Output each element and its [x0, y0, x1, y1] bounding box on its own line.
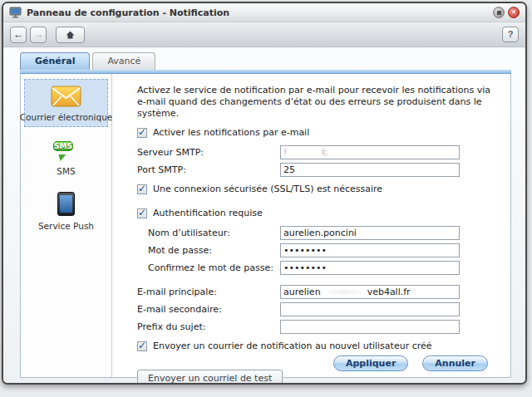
title-bar[interactable]: Panneau de configuration - Notification … [3, 3, 525, 22]
smtp-port-row: Port SMTP: [137, 163, 499, 177]
email-primary-label: E-mail principale: [137, 287, 280, 297]
main-area: Général Avancé [3, 49, 525, 383]
window-title: Panneau de configuration - Notification [27, 7, 490, 18]
password-row: Mot de passe: [148, 243, 499, 257]
send-test-email-button[interactable]: Envoyer un courriel de test [137, 370, 283, 385]
smtp-port-input[interactable] [280, 163, 460, 177]
cancel-button[interactable]: Annuler [422, 355, 488, 371]
subject-prefix-label: Prefix du sujet: [137, 321, 280, 332]
smtp-port-label: Port SMTP: [137, 164, 280, 175]
confirm-password-label: Confirmez le mot de passe: [148, 262, 280, 273]
auth-checkbox-row: Authentification requise [137, 208, 499, 218]
control-panel-window: Panneau de configuration - Notification … [2, 2, 527, 385]
confirm-password-row: Confirmez le mot de passe: [148, 261, 499, 275]
email-primary-row: E-mail principale: aurelienveb4all.fr [137, 285, 499, 299]
help-button[interactable]: ? [502, 27, 519, 42]
username-row: Nom d’utilisateur: [148, 226, 499, 240]
email-settings-form: Activez le service de notification par e… [112, 74, 510, 377]
email-secondary-input[interactable] [280, 302, 460, 316]
password-label: Mot de passe: [148, 245, 280, 256]
close-button[interactable]: ✕ [508, 7, 520, 18]
password-input[interactable] [280, 243, 460, 257]
intro-text: Activez le service de notification par e… [137, 85, 499, 120]
notify-new-user-row: Envoyer un courrier de notification au n… [137, 341, 499, 351]
back-button[interactable]: ← [10, 27, 27, 43]
tab-bar: Général Avancé [20, 52, 155, 70]
minimize-button[interactable] [493, 7, 505, 18]
enable-email-label: Activer les notifications par e-mail [153, 127, 309, 138]
sidebar-item-sms[interactable]: SMS SMS [24, 131, 108, 181]
mail-icon [51, 86, 81, 107]
confirm-password-input[interactable] [280, 261, 460, 275]
settings-panel: Courrier électronique SMS SMS Service Pu… [20, 74, 511, 378]
smtp-server-input[interactable]: ! l; [280, 145, 460, 159]
notify-new-user-label: Envoyer un courrier de notification au n… [153, 341, 432, 351]
navigation-toolbar: ← → ? [3, 22, 525, 47]
home-icon [65, 30, 76, 40]
smtp-server-row: Serveur SMTP: ! l; [137, 145, 499, 159]
notify-new-user-checkbox[interactable] [137, 341, 147, 351]
sms-icon: SMS [53, 138, 79, 161]
auth-label: Authentification requise [153, 208, 263, 218]
enable-email-checkbox[interactable] [137, 128, 147, 138]
footer-actions: Appliquer Annuler [333, 355, 488, 371]
ssl-checkbox-row: Une connexion sécurisée (SSL/TLS) est né… [137, 184, 499, 194]
subject-prefix-input[interactable] [280, 320, 460, 334]
enable-email-checkbox-row: Activer les notifications par e-mail [137, 127, 499, 138]
auth-checkbox[interactable] [137, 208, 147, 218]
email-secondary-label: E-mail secondaire: [137, 304, 280, 315]
control-panel-icon [9, 7, 22, 18]
forward-button[interactable]: → [30, 27, 47, 43]
username-input[interactable] [280, 226, 460, 240]
subject-prefix-row: Prefix du sujet: [137, 320, 499, 334]
apply-button[interactable]: Appliquer [333, 355, 408, 371]
sidebar-item-label: Service Push [38, 221, 94, 231]
redacted-email-gap [321, 288, 367, 296]
tab-avance[interactable]: Avancé [92, 52, 155, 70]
ssl-checkbox[interactable] [137, 184, 147, 194]
sidebar-item-push[interactable]: Service Push [24, 185, 108, 236]
username-label: Nom d’utilisateur: [148, 228, 280, 238]
tab-general[interactable]: Général [20, 52, 90, 70]
sidebar: Courrier électronique SMS SMS Service Pu… [21, 74, 112, 377]
smtp-server-label: Serveur SMTP: [137, 147, 280, 158]
sidebar-item-label: Courrier électronique [20, 112, 112, 122]
sidebar-item-email[interactable]: Courrier électronique [24, 79, 108, 127]
push-service-icon [57, 192, 75, 216]
email-primary-input[interactable]: aurelienveb4all.fr [280, 285, 460, 299]
ssl-label: Une connexion sécurisée (SSL/TLS) est né… [153, 184, 382, 194]
sidebar-item-label: SMS [57, 166, 75, 176]
home-button[interactable] [56, 27, 85, 43]
email-secondary-row: E-mail secondaire: [137, 302, 499, 316]
